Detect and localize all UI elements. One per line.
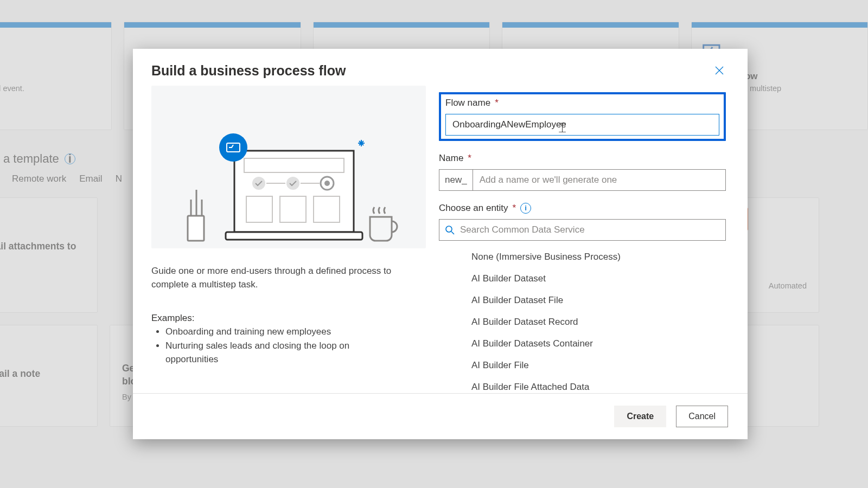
info-icon[interactable]: i: [520, 203, 531, 214]
svg-point-7: [286, 177, 299, 190]
modal-footer: Create Cancel: [133, 393, 748, 439]
svg-point-21: [446, 226, 452, 232]
build-bpf-modal: Build a business process flow: [133, 49, 748, 439]
entity-option[interactable]: AI Builder Dataset File: [439, 290, 726, 311]
name-label: Name: [439, 153, 463, 164]
required-asterisk: *: [468, 153, 471, 164]
required-asterisk: *: [513, 203, 516, 214]
examples-heading: Examples:: [151, 313, 404, 324]
svg-rect-3: [234, 151, 354, 232]
create-button[interactable]: Create: [614, 406, 666, 427]
entity-list: None (Immersive Business Process) AI Bui…: [439, 246, 726, 393]
search-icon: [445, 225, 455, 235]
example-item: Onboarding and training new employees: [165, 325, 404, 339]
close-icon: [714, 66, 724, 75]
cancel-button[interactable]: Cancel: [676, 406, 728, 427]
flow-name-label: Flow name: [445, 98, 490, 108]
modal-title: Build a business process flow: [151, 63, 346, 79]
modal-left-panel: Guide one or more end-users through a de…: [151, 86, 426, 393]
examples-list: Onboarding and training new employees Nu…: [165, 325, 404, 367]
entity-label: Choose an entity: [439, 203, 508, 214]
required-asterisk: *: [495, 98, 499, 108]
svg-point-6: [252, 177, 265, 190]
close-button[interactable]: [710, 61, 729, 80]
modal-form-panel: Flow name * Name * new_ Choose an entity…: [426, 86, 748, 393]
name-input[interactable]: [473, 170, 725, 190]
entity-search-input[interactable]: [460, 224, 725, 235]
example-item: Nurturing sales leads and closing the lo…: [165, 339, 404, 367]
entity-option[interactable]: AI Builder File: [439, 355, 726, 376]
entity-option[interactable]: AI Builder File Attached Data: [439, 376, 726, 393]
entity-option[interactable]: AI Builder Datasets Container: [439, 333, 726, 355]
name-field: new_: [439, 169, 726, 191]
entity-option[interactable]: None (Immersive Business Process): [439, 246, 726, 268]
svg-rect-4: [226, 232, 362, 240]
illustration: [151, 86, 426, 248]
name-prefix: new_: [439, 170, 473, 190]
flow-name-input[interactable]: [445, 114, 719, 136]
modal-description: Guide one or more end-users through a de…: [151, 265, 404, 291]
svg-point-15: [219, 133, 247, 162]
flow-name-field-highlighted: Flow name *: [439, 92, 726, 141]
svg-rect-2: [188, 216, 204, 241]
entity-search-field[interactable]: [439, 219, 726, 241]
svg-point-9: [324, 181, 330, 186]
entity-option[interactable]: AI Builder Dataset Record: [439, 311, 726, 333]
entity-option[interactable]: AI Builder Dataset: [439, 268, 726, 290]
svg-line-22: [451, 232, 454, 234]
